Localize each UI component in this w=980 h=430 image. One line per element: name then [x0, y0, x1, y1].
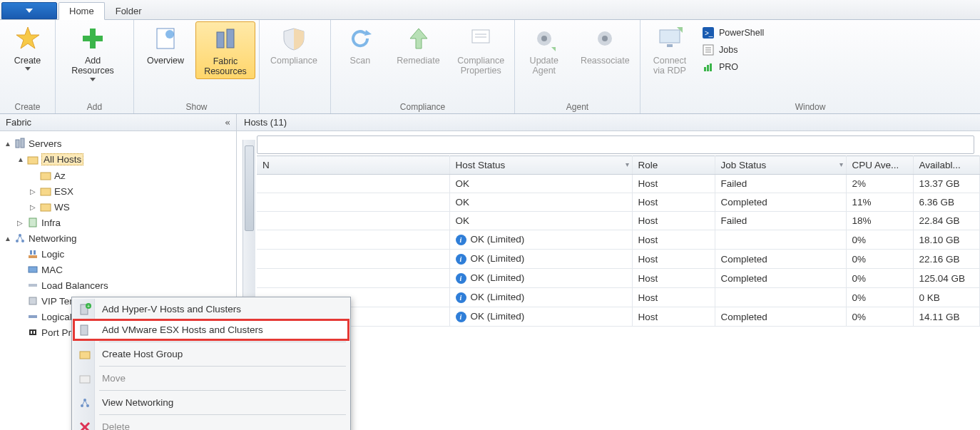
- remediate-button[interactable]: Remediate: [388, 21, 449, 78]
- svg-rect-43: [29, 284, 37, 287]
- cell-avail: 14.11 GB: [913, 307, 980, 327]
- table-row[interactable]: iOK (Limited)Host0%0 KB: [257, 288, 980, 307]
- powershell-icon: >_: [702, 26, 715, 39]
- cell-avail: 6.36 GB: [913, 193, 980, 212]
- cell-name: [257, 250, 449, 269]
- reassociate-button[interactable]: Reassociate: [572, 21, 638, 78]
- filter-icon[interactable]: ▾: [626, 160, 629, 168]
- tab-folder[interactable]: Folder: [105, 2, 153, 19]
- col-host-status[interactable]: Host Status▾: [449, 156, 632, 175]
- filter-input[interactable]: [257, 135, 974, 154]
- tree-load-balancers[interactable]: Load Balancers: [17, 277, 235, 293]
- collapse-nav-button[interactable]: «: [225, 117, 230, 128]
- compliance-button[interactable]: Compliance: [261, 21, 327, 67]
- monitor-icon: [655, 24, 684, 53]
- overview-button[interactable]: Overview: [136, 21, 195, 79]
- hosts-title: Hosts (11): [244, 117, 287, 128]
- col-role[interactable]: Role: [632, 156, 715, 175]
- network-icon: [27, 248, 39, 260]
- cell-role: Host: [632, 193, 715, 212]
- properties-icon: [466, 24, 495, 53]
- cell-cpu: 2%: [846, 175, 913, 193]
- application-menu[interactable]: [1, 2, 57, 19]
- svg-marker-7: [364, 30, 372, 36]
- group-add: Add: [57, 102, 132, 113]
- create-button[interactable]: Create: [1, 21, 53, 72]
- scan-label: Scan: [350, 56, 371, 66]
- overview-label: Overview: [147, 56, 184, 66]
- ctx-add-hyperv[interactable]: + Add Hyper-V Hosts and Clusters: [73, 299, 349, 319]
- col-name[interactable]: N: [257, 156, 449, 175]
- jobs-label: Jobs: [719, 45, 737, 55]
- cell-job: Failed: [715, 212, 846, 230]
- connect-rdp-button[interactable]: Connect via RDP: [642, 21, 698, 78]
- table-row[interactable]: iOK (Limited)HostCompleted0%14.11 GB: [257, 307, 980, 327]
- cell-role: Host: [632, 212, 715, 230]
- col-job-status[interactable]: Job Status▾: [715, 156, 846, 175]
- switch-icon: [27, 311, 39, 322]
- tree-ws[interactable]: ▷WS: [30, 199, 235, 215]
- table-row[interactable]: OKHostFailed18%22.84 GB: [257, 212, 980, 230]
- svg-text:+: +: [87, 304, 90, 309]
- fabric-resources-button[interactable]: Fabric Resources: [195, 21, 255, 79]
- cell-status: OK: [449, 175, 632, 193]
- chart-icon: [702, 61, 715, 73]
- table-row[interactable]: iOK (Limited)HostCompleted0%125.04 GB: [257, 269, 980, 288]
- tree-networking[interactable]: ▲ Networking: [4, 230, 235, 246]
- ctx-move[interactable]: Move: [73, 368, 349, 389]
- col-available[interactable]: Availabl...: [913, 156, 980, 175]
- table-row[interactable]: OKHostCompleted11%6.36 GB: [257, 193, 980, 212]
- cell-avail: 22.84 GB: [913, 212, 980, 230]
- update-agent-button[interactable]: Update Agent: [516, 21, 572, 78]
- svg-rect-18: [667, 44, 673, 47]
- scan-button[interactable]: Scan: [332, 21, 388, 78]
- svg-marker-0: [16, 27, 39, 48]
- svg-rect-29: [16, 140, 19, 148]
- ctx-add-vmware[interactable]: Add VMware ESX Hosts and Clusters: [73, 319, 349, 340]
- tree-servers[interactable]: ▲ Servers: [4, 135, 235, 151]
- table-row[interactable]: iOK (Limited)Host0%18.10 GB: [257, 230, 980, 250]
- servers-icon: [211, 25, 240, 53]
- gear-icon: [530, 24, 558, 53]
- jobs-button[interactable]: Jobs: [698, 41, 768, 58]
- cell-cpu: 18%: [846, 212, 913, 230]
- ctx-add-vmware-label: Add VMware ESX Hosts and Clusters: [102, 324, 263, 335]
- table-row[interactable]: OKHostFailed2%13.37 GB: [257, 175, 980, 193]
- ctx-move-label: Move: [102, 373, 126, 384]
- chevron-down-icon: [25, 67, 31, 71]
- svg-rect-2: [83, 36, 103, 41]
- ctx-view-networking[interactable]: View Networking: [73, 392, 349, 413]
- svg-rect-42: [29, 267, 37, 272]
- ctx-add-hyperv-label: Add Hyper-V Hosts and Clusters: [102, 304, 241, 314]
- cell-status: OK: [449, 212, 632, 230]
- tree-az[interactable]: Az: [30, 168, 235, 183]
- svg-rect-30: [21, 138, 24, 148]
- cell-name: [257, 193, 449, 212]
- pro-button[interactable]: PRO: [698, 58, 768, 76]
- tree-logical-networks[interactable]: Logic: [17, 246, 235, 262]
- col-cpu[interactable]: CPU Ave...: [846, 156, 913, 175]
- tab-home[interactable]: Home: [58, 2, 105, 20]
- compliance-properties-button[interactable]: Compliance Properties: [449, 21, 513, 78]
- info-icon: i: [456, 312, 466, 322]
- reassociate-label: Reassociate: [581, 56, 630, 66]
- table-row[interactable]: iOK (Limited)HostCompleted0%22.16 GB: [257, 250, 980, 269]
- tree-mac-pools[interactable]: MAC: [17, 262, 235, 277]
- svg-rect-34: [41, 204, 51, 211]
- chevron-down-icon: [90, 78, 96, 81]
- filter-icon[interactable]: ▾: [839, 160, 843, 168]
- ctx-create-host-group[interactable]: Create Host Group: [73, 344, 349, 364]
- cell-job: [715, 230, 846, 250]
- add-resources-label: Add Resources: [71, 56, 114, 76]
- load-balancer-icon: [27, 280, 39, 291]
- ctx-delete[interactable]: Delete: [73, 416, 349, 430]
- tree-infrastructure[interactable]: ▷Infra: [17, 215, 235, 230]
- svg-rect-35: [29, 218, 36, 227]
- tree-all-hosts[interactable]: ▲ All Hosts: [17, 151, 235, 168]
- add-resources-button[interactable]: Add Resources: [57, 21, 128, 83]
- powershell-button[interactable]: >_ PowerShell: [698, 24, 768, 41]
- cell-job: Completed: [715, 307, 846, 327]
- cell-status: iOK (Limited): [449, 288, 632, 307]
- network-icon: [78, 396, 92, 410]
- tree-esx[interactable]: ▷ESX: [30, 183, 235, 199]
